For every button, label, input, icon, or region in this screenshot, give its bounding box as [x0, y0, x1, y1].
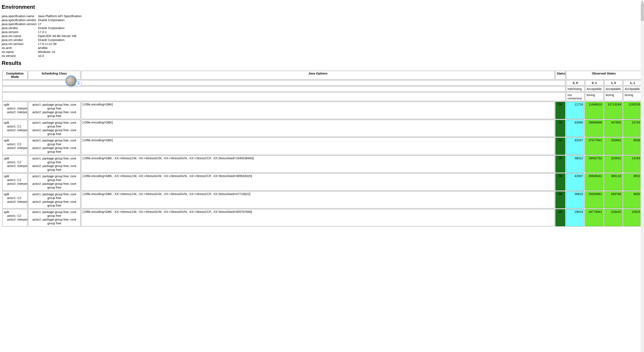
results-heading: Results — [2, 60, 642, 66]
env-value: Java Platform API Specification — [38, 14, 83, 18]
table-row: split actor1: C2 actor2: Interpreteracto… — [2, 209, 642, 226]
environment-table: java.specification.nameJava Platform API… — [2, 14, 83, 58]
cell-status: OK — [555, 120, 566, 137]
cell-state-count: 316420 — [604, 209, 622, 226]
env-row: java.specification.vendorOracle Corporat… — [2, 18, 83, 22]
table-row: split actor1: Interpreter actor2: Interp… — [2, 102, 642, 119]
env-row: java.vm.nameOpenJDK 64-Bit Server VM — [2, 34, 83, 38]
cell-state-count: 10713249 — [604, 102, 622, 119]
env-value: Oracle Corporation — [38, 38, 83, 42]
cell-state-count: 9830 — [623, 191, 642, 209]
cell-java-options: [-Dfile.encoding=GBK] — [81, 138, 555, 155]
env-row: java.vm.vendorOracle Corporation — [2, 38, 83, 42]
results-table: Compilation Mode Scheduling Class Java O… — [2, 70, 642, 227]
state-cell: 0, 1 — [585, 80, 604, 86]
env-key: java.specification.vendor — [2, 18, 38, 22]
state-cell: boring — [623, 92, 642, 101]
env-value: amd64 — [38, 46, 83, 50]
state-cell: Acceptable — [585, 86, 604, 92]
state-cell: Acceptable — [623, 86, 642, 92]
table-row: split actor1: C1 actor2: Interpreteracto… — [2, 120, 642, 137]
col-java-options: Java Options — [81, 71, 555, 80]
cell-state-count: 42037 — [566, 138, 584, 155]
cell-scheduling-class: actor1: package group free, core group f… — [28, 173, 80, 191]
table-row: split actor1: C2 actor2: Interpreteracto… — [2, 138, 642, 155]
env-row: java.vendorOracle Corporation — [2, 26, 83, 30]
state-cell: not consensus — [566, 92, 584, 101]
results-header-row: Compilation Mode Scheduling Class Java O… — [2, 71, 642, 80]
env-value: OpenJDK 64-Bit Server VM — [38, 34, 83, 38]
cell-state-count: 1293293 — [623, 102, 642, 119]
cell-compilation-mode: split actor1: C1 actor2: Interpreter — [2, 120, 28, 137]
col-compilation-mode: Compilation Mode — [2, 71, 28, 80]
cell-status: OK — [555, 173, 566, 191]
env-key: java.vendor — [2, 26, 38, 30]
cell-scheduling-class: actor1: package group free, core group f… — [28, 191, 80, 209]
state-cell: boring — [585, 92, 604, 101]
cell-java-options: [-Dfile.encoding=GBK, -XX:+StressLCM, -X… — [81, 209, 555, 226]
state-class-row: InterestingAcceptableAcceptableAcceptabl… — [2, 86, 642, 92]
cell-status: OK — [555, 156, 566, 173]
scroll-thumb[interactable] — [641, 3, 644, 21]
cell-compilation-mode: split actor1: C2 actor2: Interpreter — [2, 209, 28, 226]
env-key: java.version — [2, 30, 38, 34]
cell-status: OK — [555, 102, 566, 119]
cell-state-count: 25926991 — [585, 191, 604, 209]
table-row: split actor1: C2 actor2: Interpreteracto… — [2, 156, 642, 173]
cell-state-count: 365118 — [604, 173, 622, 191]
env-row: java.specification.nameJava Platform API… — [2, 14, 83, 18]
cell-state-count: 323591 — [604, 156, 622, 173]
col-status: Status — [555, 71, 566, 80]
env-key: java.vm.version — [2, 42, 38, 46]
env-value: Oracle Corporation — [38, 26, 83, 30]
env-value: 17.0.1 — [38, 30, 83, 34]
table-row: split actor1: C2 actor2: Interpreteracto… — [2, 173, 642, 191]
env-key: java.vm.vendor — [2, 38, 38, 42]
cell-compilation-mode: split actor1: C2 actor2: Interpreter — [2, 138, 28, 155]
env-key: os.name — [2, 50, 38, 54]
env-row: java.version17.0.1 — [2, 30, 83, 34]
cell-state-count: 36819 — [566, 191, 584, 209]
cell-state-count: 437805 — [604, 120, 622, 137]
cell-java-options: [-Dfile.encoding=GBK, -XX:+StressLCM, -X… — [81, 173, 555, 191]
env-row: os.nameWindows 10 — [2, 50, 83, 54]
cell-state-count: 29918 — [566, 209, 584, 226]
cell-java-options: [-Dfile.encoding=GBK] — [81, 102, 555, 119]
cell-state-count: 27477641 — [585, 138, 604, 155]
cell-java-options: [-Dfile.encoding=GBK, -XX:+StressLCM, -X… — [81, 156, 555, 173]
state-verdict-row: not consensusboringboringboring — [2, 92, 642, 101]
env-value: 10.0 — [38, 54, 83, 58]
env-key: java.specification.version — [2, 22, 38, 26]
scroll-up-arrow-icon[interactable]: ▲ — [641, 0, 644, 3]
env-row: java.vm.version17.0.1+12-39 — [2, 42, 83, 46]
cell-state-count: 15740 — [623, 120, 642, 137]
spacer-cell — [2, 86, 566, 92]
env-value: 17.0.1+12-39 — [38, 42, 83, 46]
cell-compilation-mode: split actor1: C2 actor2: Interpreter — [2, 191, 28, 209]
cell-state-count: 28688988 — [585, 120, 604, 137]
cell-state-count: 283768 — [604, 191, 622, 209]
state-cell: Interesting — [566, 86, 584, 92]
cell-state-count: 42907 — [566, 173, 584, 191]
cell-java-options: [-Dfile.encoding=GBK, -XX:+StressLCM, -X… — [81, 191, 555, 209]
state-cell: 0, 0 — [566, 80, 584, 86]
environment-heading: Environment — [2, 4, 642, 10]
cell-state-count: 11716 — [566, 102, 584, 119]
vertical-scrollbar[interactable]: ▲ — [641, 0, 644, 229]
env-value: Oracle Corporation — [38, 18, 83, 22]
cell-compilation-mode: split actor1: Interpreter actor2: Interp… — [2, 102, 28, 119]
env-value: 17 — [38, 22, 83, 26]
cell-state-count: 11668910 — [585, 102, 604, 119]
cell-scheduling-class: actor1: package group free, core group f… — [28, 156, 80, 173]
cell-scheduling-class: actor1: package group free, core group f… — [28, 120, 80, 137]
cell-state-count: 326662 — [604, 138, 622, 155]
env-key: os.version — [2, 54, 38, 58]
env-key: java.vm.name — [2, 34, 38, 38]
col-observed-states: Observed States — [566, 71, 642, 80]
cell-compilation-mode: split actor1: C2 actor2: Interpreter — [2, 173, 28, 191]
table-row: split actor1: C2 actor2: Interpreteracto… — [2, 191, 642, 209]
cell-status: OK — [555, 191, 566, 209]
cell-scheduling-class: actor1: package group free, core group f… — [28, 138, 80, 155]
env-value: Windows 10 — [38, 50, 83, 54]
cell-state-count: 26506431 — [585, 173, 604, 191]
